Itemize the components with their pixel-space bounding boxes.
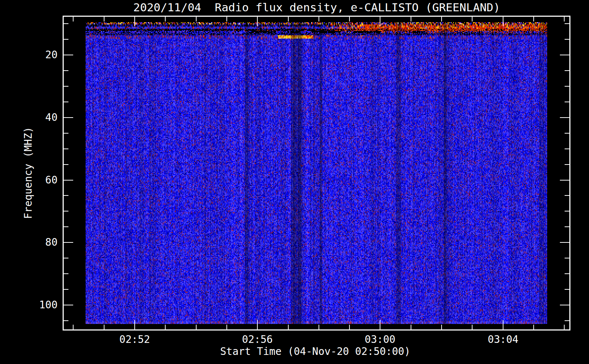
y-axis-minor-tick bbox=[64, 70, 68, 71]
y-tick-label: 80 bbox=[0, 237, 58, 248]
x-axis-minor-tick-top bbox=[319, 17, 319, 21]
x-axis-major-tick bbox=[134, 320, 135, 329]
x-axis-minor-tick-top bbox=[564, 17, 565, 21]
y-axis-minor-tick bbox=[64, 273, 68, 274]
x-axis-major-tick bbox=[503, 320, 503, 329]
y-axis-minor-tick-right bbox=[565, 70, 569, 71]
y-axis-minor-tick bbox=[64, 164, 68, 165]
x-axis-major-tick bbox=[380, 320, 380, 329]
y-axis-minor-tick bbox=[64, 289, 68, 290]
x-axis-minor-tick bbox=[441, 325, 442, 329]
y-axis-major-tick bbox=[64, 305, 73, 305]
y-axis-minor-tick bbox=[64, 320, 68, 321]
y-axis-minor-tick-right bbox=[565, 39, 569, 40]
y-axis-minor-tick bbox=[64, 195, 68, 196]
x-axis-major-tick-top bbox=[257, 17, 258, 26]
x-axis-minor-tick-top bbox=[196, 17, 197, 21]
y-axis-minor-tick-right bbox=[565, 289, 569, 290]
x-tick-label: 03:04 bbox=[474, 333, 532, 345]
x-axis-major-tick-top bbox=[380, 17, 380, 26]
spectrogram-canvas bbox=[86, 22, 547, 324]
x-tick-label: 02:52 bbox=[106, 333, 164, 345]
x-axis-minor-tick bbox=[319, 325, 319, 329]
x-tick-label: 02:56 bbox=[228, 333, 286, 345]
y-axis-minor-tick bbox=[64, 133, 68, 134]
y-axis-minor-tick bbox=[64, 149, 68, 149]
y-axis-major-tick bbox=[64, 117, 73, 118]
y-axis-minor-tick bbox=[64, 23, 68, 24]
x-axis-minor-tick-top bbox=[472, 17, 473, 21]
x-axis-minor-tick-top bbox=[165, 17, 166, 21]
x-axis-minor-tick-top bbox=[288, 17, 289, 21]
y-axis-minor-tick-right bbox=[565, 133, 569, 134]
y-axis-minor-tick-right bbox=[565, 149, 569, 149]
x-axis-minor-tick bbox=[533, 325, 534, 329]
x-axis-minor-tick-top bbox=[349, 17, 350, 21]
x-axis-minor-tick bbox=[288, 325, 289, 329]
x-axis-minor-tick bbox=[411, 325, 411, 329]
x-axis-minor-tick-top bbox=[533, 17, 534, 21]
x-axis-minor-tick bbox=[104, 325, 104, 329]
x-tick-label: 03:00 bbox=[351, 333, 409, 345]
y-axis-major-tick-right bbox=[560, 180, 569, 181]
y-axis-major-tick bbox=[64, 180, 73, 181]
y-axis-minor-tick-right bbox=[565, 164, 569, 165]
spectrogram-page: 2020/11/04 Radio flux density, e-CALLIST… bbox=[0, 0, 589, 364]
x-axis-minor-tick bbox=[165, 325, 166, 329]
y-axis-minor-tick-right bbox=[565, 320, 569, 321]
x-axis-minor-tick bbox=[564, 325, 565, 329]
y-axis-minor-tick-right bbox=[565, 273, 569, 274]
x-axis-minor-tick-top bbox=[411, 17, 411, 21]
y-axis-minor-tick bbox=[64, 211, 68, 211]
y-axis-minor-tick-right bbox=[565, 195, 569, 196]
y-axis-minor-tick-right bbox=[565, 23, 569, 24]
x-axis-minor-tick-top bbox=[226, 17, 227, 21]
y-axis-minor-tick bbox=[64, 102, 68, 102]
x-axis-minor-tick-top bbox=[441, 17, 442, 21]
x-axis-minor-tick-top bbox=[104, 17, 104, 21]
x-axis-minor-tick-top bbox=[73, 17, 74, 21]
y-axis-major-tick bbox=[64, 242, 73, 243]
x-axis-major-tick bbox=[257, 320, 258, 329]
y-axis-title: Frequency (MHZ) bbox=[22, 127, 34, 219]
y-axis-minor-tick bbox=[64, 258, 68, 258]
x-axis-minor-tick bbox=[73, 325, 74, 329]
y-tick-label: 40 bbox=[0, 112, 58, 123]
y-tick-label: 20 bbox=[0, 50, 58, 60]
x-axis-minor-tick bbox=[472, 325, 473, 329]
y-axis-minor-tick-right bbox=[565, 102, 569, 102]
y-axis-minor-tick bbox=[64, 39, 68, 40]
x-axis-major-tick-top bbox=[134, 17, 135, 26]
x-axis-title: Start Time (04-Nov-20 02:50:00) bbox=[220, 345, 411, 357]
y-axis-minor-tick-right bbox=[565, 211, 569, 211]
y-axis-minor-tick-right bbox=[565, 226, 569, 227]
y-axis-major-tick-right bbox=[560, 242, 569, 243]
y-axis-minor-tick-right bbox=[565, 86, 569, 87]
y-axis-minor-tick bbox=[64, 86, 68, 87]
y-tick-label: 100 bbox=[0, 300, 58, 310]
x-axis-minor-tick bbox=[196, 325, 197, 329]
chart-title: 2020/11/04 Radio flux density, e-CALLIST… bbox=[0, 1, 589, 14]
y-axis-major-tick-right bbox=[560, 55, 569, 55]
x-axis-major-tick-top bbox=[503, 17, 503, 26]
x-axis-minor-tick bbox=[226, 325, 227, 329]
y-axis-major-tick-right bbox=[560, 305, 569, 305]
x-axis-minor-tick bbox=[349, 325, 350, 329]
y-axis-minor-tick bbox=[64, 226, 68, 227]
y-axis-minor-tick-right bbox=[565, 258, 569, 258]
y-axis-major-tick bbox=[64, 55, 73, 55]
y-axis-major-tick-right bbox=[560, 117, 569, 118]
